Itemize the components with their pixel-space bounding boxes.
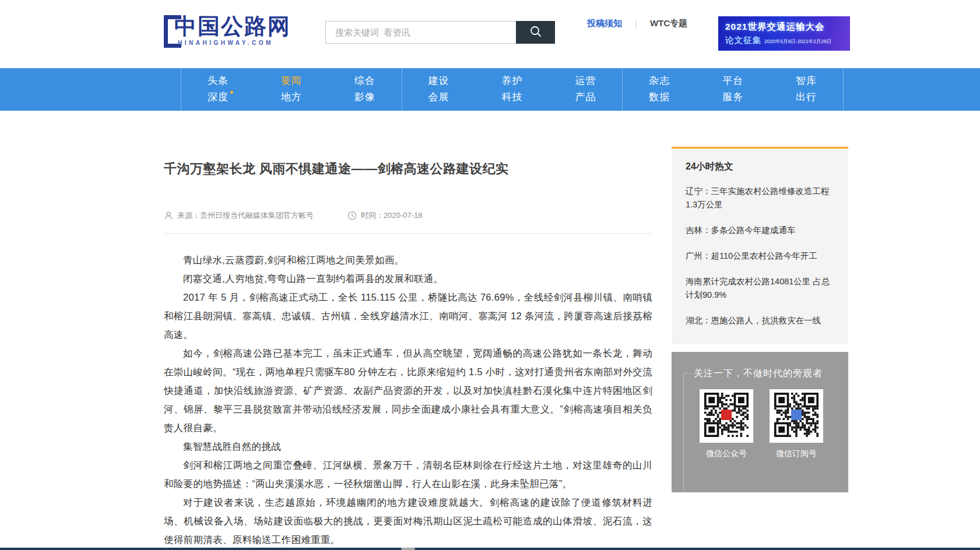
nav-group-1: 头条 深度 要闻 地方 综合 影像 bbox=[181, 68, 402, 111]
nav-item-shendu[interactable]: 深度 bbox=[208, 92, 229, 103]
wechat-subscription-qr-card bbox=[770, 389, 823, 443]
meta-divider bbox=[164, 233, 652, 234]
qr-code-subscription-icon bbox=[774, 393, 819, 439]
qr-code-official-icon bbox=[704, 393, 749, 439]
header: 中国公路网 HINAHIGHWAY.COM 投稿须知 | WTC专题 2021世… bbox=[0, 0, 980, 68]
main-navigation: 头条 深度 要闻 地方 综合 影像 建设 会展 养护 bbox=[0, 68, 980, 111]
wechat-panel-title: 关注一下，不做时代的旁观者 bbox=[694, 368, 823, 380]
nav-item-chuxing[interactable]: 出行 bbox=[796, 92, 817, 103]
hot-article-link[interactable]: 广州：超110公里农村公路今年开工 bbox=[686, 249, 834, 263]
wtc-topic-link[interactable]: WTC专题 bbox=[650, 18, 687, 29]
hot-articles-title: 24小时热文 bbox=[686, 161, 834, 173]
article-meta: 来源：贵州日报当代融媒体集团官方帐号 时间：2020-07-18 bbox=[164, 210, 652, 221]
hot-article-link[interactable]: 海南累计完成农村公路14081公里 占总计划90.9% bbox=[686, 275, 834, 302]
submission-guidelines-link[interactable]: 投稿须知 bbox=[587, 18, 622, 29]
article-source: 来源：贵州日报当代融媒体集团官方帐号 bbox=[177, 210, 314, 221]
hot-article-link[interactable]: 吉林：多条公路今年建成通车 bbox=[686, 224, 834, 237]
corner-line-decoration bbox=[683, 373, 691, 492]
banner-subtitle: 论文征集 bbox=[725, 35, 761, 46]
article-title: 千沟万壑架长龙 风雨不惧建通途——剑榕高速公路建设纪实 bbox=[164, 160, 652, 178]
nav-item-jianshe[interactable]: 建设 bbox=[428, 76, 449, 87]
article-time: 时间：2020-07-18 bbox=[361, 210, 423, 221]
wechat-follow-panel: 关注一下，不做时代的旁观者 微信公众号 微信订阅号 bbox=[672, 352, 848, 492]
nav-item-yunying[interactable]: 运营 bbox=[575, 76, 596, 87]
nav-item-yingxiang[interactable]: 影像 bbox=[354, 92, 375, 103]
banner-title: 2021世界交通运输大会 bbox=[725, 21, 850, 33]
paragraph: 对于建设者来说，生态越原始，环境越幽闭的地方建设难度就越大。剑榕高速的建设除了便… bbox=[164, 493, 652, 549]
nav-item-zazhi[interactable]: 杂志 bbox=[649, 76, 670, 87]
new-badge-dot bbox=[230, 91, 233, 94]
search-input[interactable] bbox=[325, 21, 516, 44]
link-separator: | bbox=[635, 19, 637, 29]
paragraph: 闭塞交通,人穷地贫,弯弯山路一直制约着两县的发展和联通。 bbox=[164, 269, 652, 288]
nav-group-3: 杂志 数据 平台 服务 智库 出行 bbox=[622, 68, 844, 111]
nav-item-huizhan[interactable]: 会展 bbox=[428, 92, 449, 103]
wechat-official-label: 微信公众号 bbox=[700, 449, 753, 459]
nav-item-keji[interactable]: 科技 bbox=[502, 92, 523, 103]
hot-article-link[interactable]: 湖北：恩施公路人，抗洪救灾在一线 bbox=[686, 314, 834, 327]
nav-item-fuwu[interactable]: 服务 bbox=[722, 92, 743, 103]
nav-item-chanpin[interactable]: 产品 bbox=[575, 92, 596, 103]
header-links: 投稿须知 | WTC专题 bbox=[587, 18, 687, 29]
search-button[interactable] bbox=[516, 21, 555, 44]
bottom-bar bbox=[0, 548, 980, 550]
paragraph: 2017 年 5 月，剑榕高速正式动工，全长 115.115 公里，桥隧比高达 … bbox=[164, 288, 652, 344]
hot-article-link[interactable]: 辽宁：三年实施农村公路维修改造工程1.3万公里 bbox=[686, 185, 834, 211]
wechat-subscription-label: 微信订阅号 bbox=[770, 449, 823, 459]
page: 中国公路网 HINAHIGHWAY.COM 投稿须知 | WTC专题 2021世… bbox=[0, 0, 980, 550]
hot-articles-panel: 24小时热文 辽宁：三年实施农村公路维修改造工程1.3万公里 吉林：多条公路今年… bbox=[672, 147, 848, 344]
article: 千沟万壑架长龙 风雨不惧建通途——剑榕高速公路建设纪实 来源：贵州日报当代融媒体… bbox=[164, 160, 652, 550]
logo-title: 中国公路网 bbox=[174, 13, 291, 41]
nav-item-pingtai[interactable]: 平台 bbox=[722, 76, 743, 87]
search-icon bbox=[529, 25, 542, 40]
paragraph: 如今，剑榕高速公路已基本完工，虽未正式通车，但从高空眺望，宽阔通畅的高速公路犹如… bbox=[164, 344, 652, 437]
logo-domain: HINAHIGHWAY.COM bbox=[178, 40, 291, 46]
author-icon bbox=[164, 211, 173, 220]
nav-item-yaowen-active[interactable]: 要闻 bbox=[281, 76, 302, 87]
clock-icon bbox=[347, 211, 357, 220]
nav-item-zonghe[interactable]: 综合 bbox=[354, 76, 375, 87]
paragraph-subheading: 集智慧战胜自然的挑战 bbox=[164, 437, 652, 456]
wechat-official-qr-card bbox=[700, 389, 753, 443]
nav-item-shuju[interactable]: 数据 bbox=[649, 92, 670, 103]
scrollbar-notch[interactable] bbox=[401, 548, 415, 550]
paragraph: 剑河和榕江两地之间重峦叠嶂、江河纵横、景象万千，清朝名臣林则徐在行经这片土地，对… bbox=[164, 456, 652, 493]
site-logo[interactable]: 中国公路网 HINAHIGHWAY.COM bbox=[164, 13, 291, 48]
wtc-ad-banner[interactable]: 2021世界交通运输大会 论文征集 2020年5月8日-2021年2月28日 bbox=[718, 16, 850, 51]
nav-item-zhiku[interactable]: 智库 bbox=[796, 76, 817, 87]
article-body: 青山绿水,云蒸霞蔚,剑河和榕江两地之间美景如画。 闭塞交通,人穷地贫,弯弯山路一… bbox=[164, 251, 652, 550]
paragraph: 青山绿水,云蒸霞蔚,剑河和榕江两地之间美景如画。 bbox=[164, 251, 652, 269]
nav-item-toutiao[interactable]: 头条 bbox=[208, 76, 229, 87]
nav-item-difang[interactable]: 地方 bbox=[281, 92, 302, 103]
search-bar bbox=[325, 21, 555, 44]
nav-group-2: 建设 会展 养护 科技 运营 产品 bbox=[402, 68, 623, 111]
nav-item-yanghu[interactable]: 养护 bbox=[502, 76, 523, 87]
